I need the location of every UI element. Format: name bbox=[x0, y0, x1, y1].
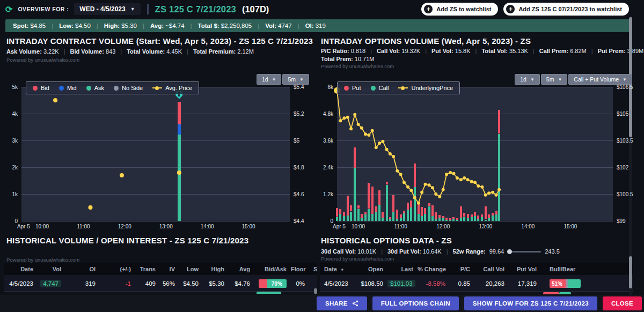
col-date-sortable[interactable]: Date▼ bbox=[320, 266, 354, 272]
table-row[interactable]: 4/5/2023 4,747 319 -1 409 56% $4.50 $5.3… bbox=[4, 276, 317, 292]
contract-volume-panel-header: INTRADAY CONTRACT VOLUME (Start: Wed, Ap… bbox=[6, 36, 313, 63]
add-contract-watchlist-button[interactable]: + Add ZS 125 C 07/21/2023 to watchlist bbox=[503, 3, 629, 16]
legend-item-put[interactable]: Put bbox=[344, 85, 361, 91]
volume-bar-put bbox=[445, 218, 448, 220]
volume-bar-put bbox=[347, 196, 349, 216]
volume-bar-put bbox=[350, 205, 352, 212]
show-flow-button[interactable]: SHOW FLOW FOR ZS 125 C 7/21/2023 bbox=[464, 296, 597, 310]
col-date: Date bbox=[4, 266, 38, 272]
series-mode-dropdown[interactable]: Call + Put Volume▼ bbox=[568, 74, 632, 85]
volume-bar-call bbox=[368, 209, 370, 221]
cell-put-vol: 17,319 bbox=[509, 280, 541, 287]
volume-bar-call bbox=[357, 209, 360, 221]
legend-item-call[interactable]: Call bbox=[371, 85, 389, 91]
interval-dropdown[interactable]: 5m▼ bbox=[282, 74, 309, 85]
chevron-down-icon: ▼ bbox=[623, 77, 627, 82]
price-axis-label: $99 bbox=[617, 218, 635, 224]
gridline bbox=[21, 140, 290, 141]
volume-bar-call bbox=[431, 216, 434, 221]
historical-options-header: HISTORICAL OPTIONS DATA - ZS 30d Call Vo… bbox=[321, 236, 632, 262]
volume-bar-call bbox=[375, 212, 377, 221]
volume-bar-call bbox=[474, 216, 476, 221]
volume-bar-call bbox=[392, 212, 394, 221]
close-button[interactable]: CLOSE bbox=[603, 296, 642, 310]
volume-bar-put bbox=[371, 187, 374, 214]
volume-bar-call bbox=[336, 217, 338, 221]
time-axis-label: 11:00 bbox=[71, 224, 95, 229]
volume-bar-call bbox=[428, 206, 430, 221]
timeframe-dropdown[interactable]: 1d▼ bbox=[515, 74, 540, 85]
separator: | bbox=[52, 23, 53, 29]
volume-bar-put bbox=[456, 218, 458, 220]
volume-bar-call bbox=[396, 219, 398, 221]
legend-item-mid[interactable]: Mid bbox=[59, 85, 77, 91]
price-axis-label: $102 bbox=[617, 165, 635, 170]
cell-bid-ask: 70% bbox=[254, 279, 291, 288]
contract-title: ZS 125 C 7/21/2023 bbox=[155, 4, 236, 14]
legend-item-ask[interactable]: Ask bbox=[86, 85, 104, 91]
no-side-color-dot bbox=[114, 86, 119, 91]
refresh-icon[interactable]: ⟳ bbox=[5, 4, 12, 14]
divider bbox=[147, 4, 149, 14]
volume-bar-put bbox=[449, 218, 451, 220]
volume-bar-call bbox=[463, 217, 465, 221]
range-52w: 52w Range: 99.64 243.5 bbox=[453, 248, 560, 255]
stat-oi: OI:319 bbox=[305, 23, 326, 29]
table-row[interactable]: 4/5/2023 $108.50 $101.03 -8.58% 0.85 20,… bbox=[320, 276, 633, 292]
summary-stats-bar: Spot:$4.85 | Low:$4.50 | High:$5.30 | Av… bbox=[5, 19, 632, 32]
cell-date: 4/5/2023 bbox=[320, 280, 354, 287]
timeframe-dropdown[interactable]: 1d▼ bbox=[257, 74, 282, 85]
time-axis-label: 13:00 bbox=[474, 224, 497, 229]
volume-bar-call bbox=[382, 218, 384, 221]
ask-color-dot bbox=[86, 86, 91, 91]
share-button[interactable]: SHARE bbox=[317, 296, 367, 310]
col-bid-ask: Bid/Ask bbox=[254, 266, 291, 272]
bid-color-dot bbox=[33, 86, 38, 91]
panel-title: HISTORICAL OPTIONS DATA - ZS bbox=[321, 236, 632, 245]
add-ticker-watchlist-button[interactable]: + Add ZS to watchlist bbox=[421, 3, 498, 16]
cell-trans: 409 bbox=[135, 280, 160, 287]
volume-bar-put bbox=[452, 217, 455, 219]
volume-bar-put bbox=[431, 205, 434, 216]
cell-high: $5.30 bbox=[203, 280, 229, 287]
volume-axis-label: 3k bbox=[4, 138, 18, 144]
col-put-vol: Put Vol bbox=[509, 266, 541, 272]
range-low: 99.64 bbox=[489, 248, 504, 255]
table-scrollbar-thumb[interactable] bbox=[314, 288, 317, 294]
time-axis-label: 10:00 bbox=[347, 224, 370, 229]
gridline bbox=[21, 221, 290, 221]
watchlist-button-label: Add ZS 125 C 07/21/2023 to watchlist bbox=[518, 6, 622, 12]
col-avg: Avg bbox=[229, 266, 254, 272]
gridline bbox=[337, 221, 613, 221]
legend-item-no-side[interactable]: No Side bbox=[114, 85, 143, 91]
next-row-bar-sliver bbox=[543, 292, 559, 294]
price-axis-label: $106.5 bbox=[617, 84, 635, 90]
full-chain-label: FULL OPTIONS CHAIN bbox=[381, 300, 450, 307]
next-row-bar-sliver bbox=[559, 292, 571, 294]
cell-open: $108.50 bbox=[354, 280, 387, 287]
volume-bar-put bbox=[336, 208, 338, 217]
price-axis-label: $4.8 bbox=[294, 165, 312, 170]
table-header-row: Date▼ Open Last % Change P/C Call Vol Pu… bbox=[320, 263, 633, 276]
legend-item-bid[interactable]: Bid bbox=[33, 85, 49, 91]
date-dropdown[interactable]: WED - 4/5/2023 ▼ bbox=[74, 3, 140, 15]
volume-bar-call bbox=[421, 216, 423, 221]
volume-bar-call bbox=[485, 220, 487, 221]
legend-item-avg-price[interactable]: Avg. Price bbox=[152, 85, 192, 91]
time-axis-label: 14:00 bbox=[516, 224, 540, 229]
table-scrollbar-thumb[interactable] bbox=[629, 256, 632, 288]
col-floor: Floor bbox=[291, 266, 309, 272]
legend-item-underlying-price[interactable]: UnderlyingPrice bbox=[398, 85, 453, 91]
time-axis-label: 12:00 bbox=[113, 224, 136, 229]
plot-area bbox=[21, 87, 290, 221]
cell-oi-change: -1 bbox=[100, 280, 135, 287]
interval-dropdown[interactable]: 5m▼ bbox=[541, 74, 568, 85]
volume-axis-label: 4.8k bbox=[320, 111, 333, 117]
price-axis-label: $5 bbox=[294, 138, 312, 144]
volume-bar-put bbox=[368, 183, 370, 209]
powered-by-label: Powered by unusualwhales.com bbox=[6, 257, 248, 263]
put-color-dot bbox=[344, 86, 349, 91]
full-options-chain-button[interactable]: FULL OPTIONS CHAIN bbox=[372, 296, 459, 310]
range-slider-knob[interactable] bbox=[507, 249, 512, 254]
volume-bar-call bbox=[481, 217, 483, 221]
